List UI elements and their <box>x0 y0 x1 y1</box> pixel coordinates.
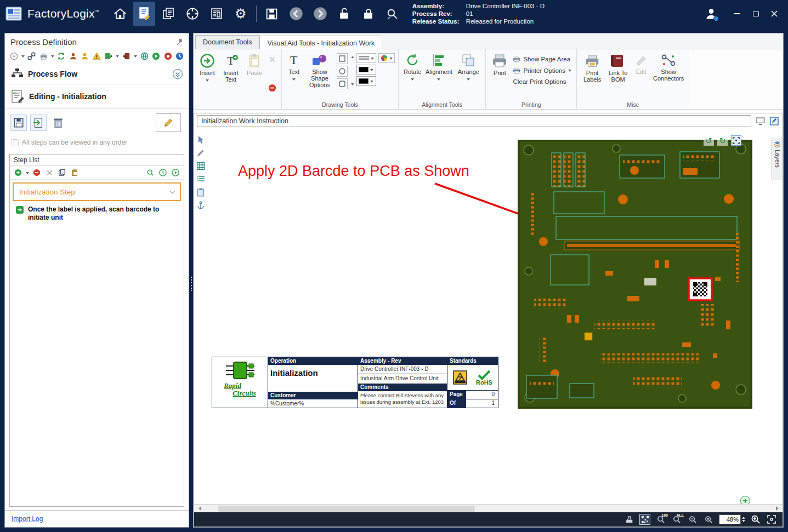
import-caret-icon[interactable] <box>134 55 137 59</box>
show-page-area-button[interactable]: Show Page Area <box>511 54 573 64</box>
record-icon[interactable] <box>163 51 173 61</box>
fit-selection-icon[interactable] <box>731 135 741 146</box>
rect-shape-button[interactable] <box>337 53 348 64</box>
zoom-plus-icon[interactable] <box>750 514 761 525</box>
anchor-tool-icon[interactable] <box>196 201 205 210</box>
back-button[interactable] <box>285 2 307 26</box>
maximize-button[interactable] <box>752 10 759 18</box>
fill-color-select[interactable] <box>356 76 376 86</box>
insert-button[interactable]: Insert <box>197 52 218 84</box>
print-button[interactable]: Print <box>489 52 510 77</box>
arrange-button[interactable]: Arrange <box>455 52 482 83</box>
scroll-right-arrow[interactable] <box>774 505 783 513</box>
theme-color-select[interactable] <box>378 53 395 63</box>
edit-step-button[interactable] <box>156 113 181 132</box>
reports-button[interactable] <box>206 2 228 26</box>
paste-button[interactable]: Paste <box>244 52 265 77</box>
minimize-button[interactable] <box>733 10 741 18</box>
audit-search-button[interactable] <box>382 2 404 26</box>
link-to-bom-button[interactable]: Link To BOM <box>605 52 631 84</box>
user-button[interactable] <box>700 2 722 26</box>
export-caret-icon[interactable] <box>116 55 119 59</box>
edit-mode-icon[interactable] <box>769 116 780 127</box>
sync-icon[interactable] <box>57 51 66 61</box>
annotate-tool-icon[interactable] <box>196 148 205 157</box>
add-step-icon[interactable] <box>13 168 23 178</box>
import-icon[interactable] <box>122 51 131 61</box>
show-shape-options-button[interactable]: Show Shape Options <box>304 52 336 89</box>
add-icon[interactable] <box>9 51 19 61</box>
start-icon[interactable] <box>151 51 161 61</box>
pcb-image[interactable] <box>518 140 752 409</box>
edit-button[interactable]: Edit <box>632 52 650 76</box>
zoom-in-button[interactable] <box>703 514 714 525</box>
remove-shape-icon[interactable] <box>267 83 277 93</box>
export-icon[interactable] <box>104 51 114 61</box>
clear-print-options-button[interactable]: Clear Print Options <box>511 77 573 86</box>
chevron-down-icon[interactable] <box>170 188 175 194</box>
import-step-button[interactable] <box>30 115 47 131</box>
scrollbar-thumb[interactable] <box>218 506 475 512</box>
printer-options-button[interactable]: Printer Options <box>511 66 573 75</box>
alignment-button[interactable]: Alignment <box>424 52 453 83</box>
navigator-button[interactable] <box>182 2 203 26</box>
zoom-all-button[interactable]: ALL <box>671 514 682 525</box>
zoom-level-input[interactable] <box>719 514 741 524</box>
insert-text-button[interactable]: T Insert Text <box>219 52 243 84</box>
stamp-tool-icon[interactable] <box>623 514 634 525</box>
history-icon[interactable] <box>175 51 184 61</box>
document-title-input[interactable] <box>197 115 751 127</box>
step-item-initialization[interactable]: Initialization Step <box>13 182 181 201</box>
ellipse-shape-button[interactable] <box>337 66 348 77</box>
web-icon[interactable] <box>140 51 149 61</box>
horizontal-scrollbar[interactable] <box>194 504 783 512</box>
delete-step-button[interactable] <box>50 115 66 131</box>
forward-button[interactable] <box>309 2 331 26</box>
show-connectors-button[interactable]: Show Connectors <box>651 52 685 83</box>
tab-document-tools[interactable]: Document Tools <box>195 35 259 49</box>
print-labels-button[interactable]: Print Labels <box>580 52 604 84</box>
zoom-100-button[interactable]: 100 <box>655 514 666 525</box>
close-button[interactable] <box>770 10 778 18</box>
refresh-step-icon[interactable] <box>158 168 168 178</box>
save-step-button[interactable] <box>10 115 27 131</box>
layers-tab[interactable]: Layers <box>772 139 783 180</box>
process-flow-row[interactable]: Process Flow <box>5 64 189 84</box>
remove-step-icon[interactable] <box>32 168 42 178</box>
cut-icon[interactable] <box>44 168 54 178</box>
settings-button[interactable]: ⚙ <box>230 2 252 26</box>
tab-visual-aid-tools[interactable]: Visual Aid Tools - Initialization Work <box>259 36 382 49</box>
save-button[interactable] <box>261 2 283 26</box>
materials-button[interactable] <box>157 2 179 26</box>
print-caret-icon[interactable] <box>51 55 54 59</box>
run-step-icon[interactable] <box>171 168 180 178</box>
zoom-spinner[interactable] <box>742 515 745 524</box>
copy-icon[interactable] <box>57 168 67 178</box>
panel-splitter[interactable] <box>189 33 193 528</box>
user-brown-icon[interactable] <box>69 51 78 61</box>
home-button[interactable] <box>109 2 131 26</box>
work-instruction-label[interactable]: Rapid Circuits Operation Initialization … <box>212 357 498 408</box>
print-icon[interactable] <box>39 51 48 61</box>
all-steps-checkbox[interactable] <box>12 139 19 146</box>
collapse-all-icon[interactable] <box>172 68 183 79</box>
user-gold-icon[interactable] <box>81 51 90 61</box>
process-definition-button[interactable] <box>133 2 155 26</box>
shape-spinner[interactable] <box>350 53 354 88</box>
redo-icon[interactable]: ↻ <box>717 135 728 146</box>
preview-step-icon[interactable] <box>145 168 155 178</box>
paste-icon[interactable] <box>70 168 80 178</box>
add-caret-icon[interactable] <box>21 55 25 59</box>
alert-icon[interactable] <box>92 51 101 61</box>
link-icon[interactable] <box>27 51 37 61</box>
rounded-rect-shape-button[interactable] <box>337 78 348 89</box>
unlock-button[interactable] <box>333 2 355 26</box>
line-style-select[interactable] <box>356 53 376 63</box>
grid-tool-icon[interactable] <box>196 162 205 170</box>
line-color-select[interactable] <box>356 65 376 75</box>
page-view-icon[interactable] <box>755 116 766 127</box>
rotate-button[interactable]: Rotate <box>402 52 423 83</box>
delete-shape-icon[interactable] <box>267 54 277 64</box>
undo-icon[interactable]: ↺ <box>704 135 714 146</box>
scroll-left-arrow[interactable] <box>194 505 203 513</box>
